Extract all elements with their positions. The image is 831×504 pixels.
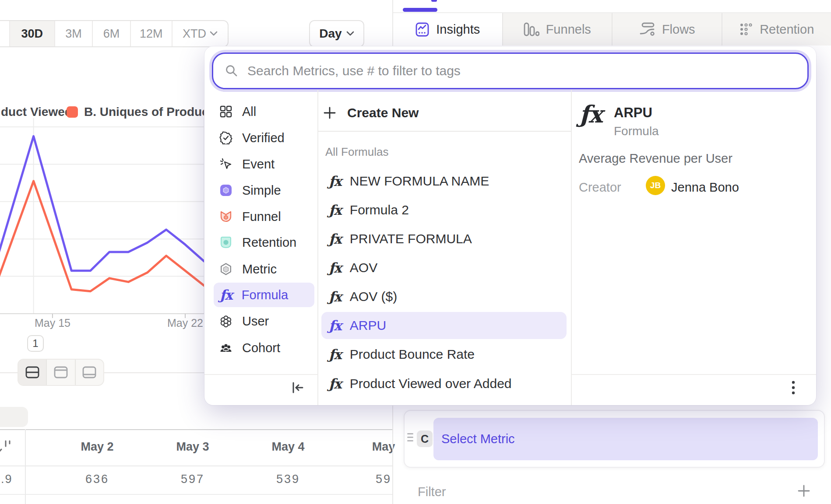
table-tab-stub[interactable]	[0, 407, 28, 427]
filter-section-label: Filter	[418, 485, 446, 499]
formula-item[interactable]: ƒx NEW FORMULA NAME	[321, 169, 567, 193]
funnel-metric-icon	[219, 210, 232, 223]
time-range-12m[interactable]: 12M	[130, 21, 172, 46]
category-metric[interactable]: Metric	[213, 258, 312, 280]
tab-insights[interactable]: Insights	[393, 13, 502, 46]
time-range-30d[interactable]: 30D	[9, 21, 54, 46]
category-label: Verified	[242, 131, 285, 145]
retention-grid-icon	[739, 22, 753, 36]
tab-retention[interactable]: Retention	[722, 13, 831, 46]
modal-column-divider	[317, 90, 318, 405]
table-header-border	[0, 466, 393, 466]
formula-item-label: AOV ($)	[350, 289, 397, 304]
collapse-sidebar-button[interactable]	[290, 380, 305, 395]
metric-search-input[interactable]	[247, 63, 796, 78]
event-cursor-icon	[219, 158, 232, 171]
category-label: Metric	[242, 262, 277, 276]
sort-descending-icon[interactable]	[0, 438, 13, 456]
table-cell: 59	[376, 472, 391, 486]
formula-item-label: Product Viewed over Added	[350, 376, 512, 391]
drag-handle-icon[interactable]	[407, 433, 413, 441]
tab-label: Funnels	[546, 22, 591, 37]
category-all[interactable]: All	[213, 100, 312, 123]
category-cohort[interactable]: Cohort	[213, 336, 312, 359]
category-label: Retention	[242, 235, 296, 250]
table-header-may2[interactable]: May 2	[81, 440, 113, 454]
formula-fx-icon: ƒx	[329, 290, 341, 304]
formula-item-label: Product Bounce Rate	[350, 347, 475, 362]
funnels-bars-icon	[524, 22, 539, 36]
formula-item[interactable]: ƒx AOV	[321, 256, 567, 280]
metric-search-bar	[212, 52, 809, 89]
metric-clause-card: C Select Metric	[404, 410, 825, 468]
formula-item-selected[interactable]: ƒx ARPU	[321, 312, 567, 339]
category-user[interactable]: User	[213, 310, 312, 332]
granularity-label: Day	[319, 27, 342, 41]
time-range-6m[interactable]: 6M	[92, 21, 130, 46]
creator-name: Jenna Bono	[671, 180, 739, 195]
formula-item[interactable]: ƒx AOV ($)	[321, 284, 567, 309]
metric-hexagon-icon	[219, 262, 232, 276]
retention-metric-icon	[219, 236, 232, 249]
formula-item-label: ARPU	[350, 318, 386, 333]
list-divider	[318, 131, 571, 132]
avatar: JB	[646, 176, 665, 195]
clause-letter-badge: C	[417, 430, 433, 447]
granularity-dropdown[interactable]: Day	[309, 20, 364, 47]
layout-top-panel-button[interactable]	[46, 360, 74, 385]
kebab-menu-button[interactable]	[788, 379, 799, 397]
simple-metric-icon	[219, 184, 232, 197]
metric-detail-title: ARPU	[614, 105, 652, 121]
formula-item[interactable]: ƒx Formula 2	[321, 198, 567, 222]
table-row-border	[0, 494, 393, 495]
layout-split-rows-button[interactable]	[18, 360, 46, 385]
tab-label: Insights	[436, 22, 480, 37]
category-formula[interactable]: ƒx Formula	[214, 283, 314, 307]
table-header-may4[interactable]: May 4	[271, 440, 304, 454]
category-verified[interactable]: Verified	[213, 126, 312, 149]
formula-fx-icon: ƒx	[329, 348, 341, 361]
category-simple[interactable]: Simple	[213, 179, 312, 202]
tab-funnels[interactable]: Funnels	[502, 13, 612, 46]
table-header-may3[interactable]: May 3	[176, 440, 209, 454]
table-top-border	[0, 429, 393, 430]
time-range-xtd[interactable]: XTD	[172, 21, 228, 46]
category-funnel[interactable]: Funnel	[213, 205, 312, 228]
formula-item[interactable]: ƒx Product Viewed over Added	[321, 371, 567, 396]
user-cluster-icon	[219, 315, 232, 328]
formula-item[interactable]: ƒx PRIVATE FORMULA	[321, 227, 567, 251]
category-label: Funnel	[242, 210, 281, 224]
category-label: Formula	[242, 288, 288, 302]
formula-fx-icon: ƒx	[329, 203, 341, 217]
category-event[interactable]: Event	[213, 153, 312, 175]
time-range-partial-segment[interactable]	[0, 21, 9, 46]
metric-picker-modal: All Verified Event Simple	[204, 46, 816, 405]
category-retention[interactable]: Retention	[213, 231, 312, 254]
table-column-divider	[25, 429, 26, 504]
formula-item-label: Formula 2	[350, 203, 409, 217]
tab-flows[interactable]: Flows	[612, 13, 722, 46]
active-tab-indicator	[403, 8, 437, 12]
layout-switcher	[18, 359, 104, 386]
add-filter-button[interactable]	[796, 483, 812, 499]
top-panel-icon	[53, 366, 68, 379]
category-label: Simple	[242, 183, 281, 198]
select-metric-field[interactable]: Select Metric	[433, 418, 818, 460]
table-cell: 597	[181, 472, 204, 486]
table-header-may5[interactable]: May	[372, 440, 395, 454]
chart-line-series	[0, 136, 204, 270]
cohort-people-icon	[219, 341, 232, 354]
modal-column-divider	[571, 90, 572, 405]
tab-label: Retention	[760, 22, 814, 37]
formula-item[interactable]: ƒx Product Bounce Rate	[321, 342, 567, 367]
formula-fx-icon: ƒx	[329, 377, 341, 391]
create-new-button[interactable]: Create New	[323, 101, 419, 125]
layout-bottom-panel-button[interactable]	[75, 360, 103, 385]
table-cell-partial: .9	[1, 472, 13, 486]
pagination-page-button[interactable]: 1	[27, 335, 44, 352]
time-range-segmented-control: 30D 3M 6M 12M XTD	[0, 20, 229, 47]
search-icon	[225, 64, 239, 78]
category-label: User	[242, 314, 269, 329]
formula-fx-icon: ƒx	[329, 319, 341, 332]
time-range-3m[interactable]: 3M	[54, 21, 92, 46]
